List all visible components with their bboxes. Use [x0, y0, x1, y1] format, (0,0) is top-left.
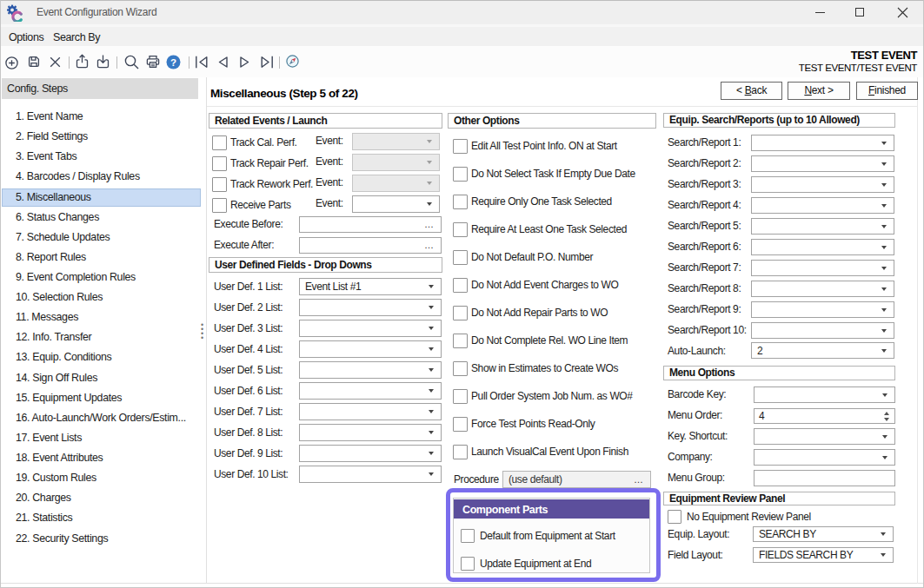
svg-text:?: ? — [170, 57, 176, 68]
